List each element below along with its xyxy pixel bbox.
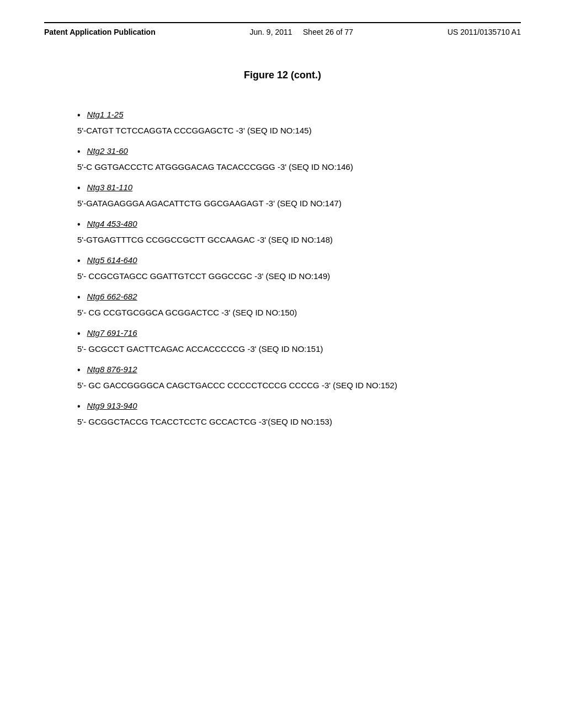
bullet-point: • <box>77 254 81 267</box>
bullet-item: •Ntg3 81-110 <box>77 181 521 195</box>
bullet-item: •Ntg7 691-716 <box>77 327 521 340</box>
header-patent-number: US 2011/0135710 A1 <box>447 28 521 36</box>
sheet-info: Sheet 26 of 77 <box>303 28 353 36</box>
bullet-point: • <box>77 291 81 304</box>
entry-label: Ntg9 913-940 <box>87 400 137 413</box>
bullet-item: •Ntg1 1-25 <box>77 109 521 122</box>
page: Patent Application Publication Jun. 9, 2… <box>0 0 565 728</box>
bullet-item: •Ntg8 876-912 <box>77 363 521 377</box>
bullet-item: •Ntg6 662-682 <box>77 291 521 304</box>
bullet-point: • <box>77 400 81 413</box>
list-item: •Ntg4 453-4805'-GTGAGTTTCG CCGGCCGCTT GC… <box>77 218 521 247</box>
content-area: •Ntg1 1-255'-CATGT TCTCCAGGTA CCCGGAGCTC… <box>77 109 521 429</box>
sequence-text: 5'-GTGAGTTTCG CCGGCCGCTT GCCAAGAC -3' (S… <box>77 233 521 247</box>
sequence-text: 5'- CG CCGTGCGGCA GCGGACTCC -3' (SEQ ID … <box>77 306 521 319</box>
entry-label: Ntg3 81-110 <box>87 181 133 194</box>
header-publication-label: Patent Application Publication <box>44 28 156 36</box>
sequence-text: 5'- CCGCGTAGCC GGATTGTCCT GGGCCGC -3' (S… <box>77 270 521 283</box>
sequence-text: 5'- GC GACCGGGGCA CAGCTGACCC CCCCCTCCCG … <box>77 379 521 392</box>
list-item: •Ntg3 81-1105'-GATAGAGGGA AGACATTCTG GGC… <box>77 181 521 210</box>
list-item: •Ntg8 876-9125'- GC GACCGGGGCA CAGCTGACC… <box>77 363 521 392</box>
bullet-item: •Ntg4 453-480 <box>77 218 521 231</box>
list-item: •Ntg1 1-255'-CATGT TCTCCAGGTA CCCGGAGCTC… <box>77 109 521 137</box>
bullet-point: • <box>77 109 81 122</box>
bullet-point: • <box>77 363 81 377</box>
sequence-text: 5'- GCGCCT GACTTCAGAC ACCACCCCCG -3' (SE… <box>77 342 521 356</box>
sequence-text: 5'-GATAGAGGGA AGACATTCTG GGCGAAGAGT -3' … <box>77 197 521 210</box>
list-item: •Ntg6 662-6825'- CG CCGTGCGGCA GCGGACTCC… <box>77 291 521 319</box>
entry-label: Ntg4 453-480 <box>87 218 137 231</box>
bullet-item: •Ntg2 31-60 <box>77 145 521 158</box>
bullet-point: • <box>77 181 81 195</box>
bullet-point: • <box>77 327 81 340</box>
sequence-text: 5'- GCGGCTACCG TCACCTCCTC GCCACTCG -3'(S… <box>77 415 521 429</box>
list-item: •Ntg9 913-9405'- GCGGCTACCG TCACCTCCTC G… <box>77 400 521 429</box>
page-header: Patent Application Publication Jun. 9, 2… <box>44 22 521 36</box>
entry-label: Ntg6 662-682 <box>87 291 137 303</box>
bullet-item: •Ntg9 913-940 <box>77 400 521 413</box>
entry-label: Ntg1 1-25 <box>87 109 124 121</box>
header-date: Jun. 9, 2011 Sheet 26 of 77 <box>250 28 354 36</box>
entry-label: Ntg8 876-912 <box>87 363 137 376</box>
entry-label: Ntg2 31-60 <box>87 145 128 158</box>
figure-title: Figure 12 (cont.) <box>44 69 521 81</box>
sequence-text: 5'-CATGT TCTCCAGGTA CCCGGAGCTC -3' (SEQ … <box>77 124 521 137</box>
bullet-point: • <box>77 145 81 158</box>
list-item: •Ntg7 691-7165'- GCGCCT GACTTCAGAC ACCAC… <box>77 327 521 356</box>
bullet-item: •Ntg5 614-640 <box>77 254 521 267</box>
list-item: •Ntg5 614-6405'- CCGCGTAGCC GGATTGTCCT G… <box>77 254 521 283</box>
entry-label: Ntg7 691-716 <box>87 327 137 340</box>
entry-label: Ntg5 614-640 <box>87 254 137 267</box>
bullet-point: • <box>77 218 81 231</box>
sequence-text: 5'-C GGTGACCCTC ATGGGGACAG TACACCCGGG -3… <box>77 160 521 174</box>
list-item: •Ntg2 31-605'-C GGTGACCCTC ATGGGGACAG TA… <box>77 145 521 174</box>
